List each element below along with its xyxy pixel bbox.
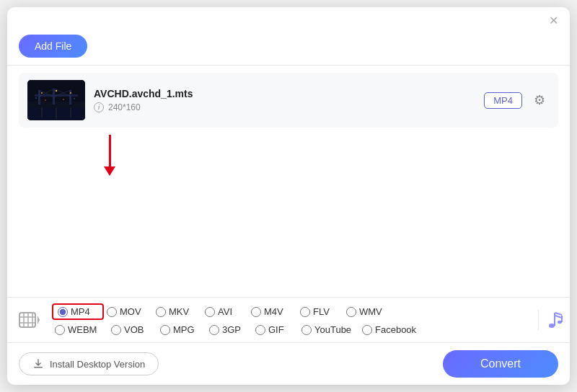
format-webm[interactable]: WEBM bbox=[52, 323, 108, 337]
file-list: AVCHD.avchd_1.mts i 240*160 MP4 ⚙ bbox=[7, 66, 570, 297]
radio-gif[interactable] bbox=[255, 325, 265, 335]
format-youtube-label: YouTube bbox=[314, 324, 351, 335]
radio-flv[interactable] bbox=[300, 307, 310, 317]
video-format-icon[interactable] bbox=[12, 308, 48, 331]
format-webm-label: WEBM bbox=[68, 324, 97, 335]
format-badge[interactable]: MP4 bbox=[484, 92, 522, 109]
info-icon: i bbox=[94, 102, 104, 112]
arrow-shaft bbox=[109, 135, 111, 166]
format-facebook-label: Facebook bbox=[375, 324, 416, 335]
svg-rect-4 bbox=[38, 90, 40, 104]
arrow-head bbox=[104, 166, 115, 176]
format-vob-label: VOB bbox=[124, 324, 144, 335]
arrow-area bbox=[19, 135, 558, 176]
convert-button[interactable]: Convert bbox=[443, 350, 558, 378]
radio-m4v[interactable] bbox=[251, 307, 261, 317]
format-options: MP4 MOV MKV AVI M4V bbox=[52, 303, 535, 337]
file-thumbnail bbox=[27, 80, 85, 120]
audio-format-icon[interactable] bbox=[538, 310, 570, 330]
svg-rect-34 bbox=[34, 367, 43, 368]
svg-point-15 bbox=[63, 99, 64, 100]
svg-line-30 bbox=[555, 313, 562, 315]
radio-vob[interactable] bbox=[111, 325, 121, 335]
svg-point-28 bbox=[549, 324, 555, 328]
svg-point-13 bbox=[70, 92, 71, 94]
format-flv[interactable]: FLV bbox=[297, 305, 343, 318]
install-label: Install Desktop Version bbox=[50, 359, 145, 370]
format-mov-label: MOV bbox=[120, 306, 141, 317]
radio-mpg[interactable] bbox=[160, 325, 170, 335]
close-icon: ✕ bbox=[549, 15, 558, 27]
radio-mov[interactable] bbox=[107, 307, 117, 317]
main-window: ✕ Add File bbox=[7, 7, 570, 385]
svg-point-16 bbox=[74, 98, 75, 99]
file-info: AVCHD.avchd_1.mts i 240*160 bbox=[94, 88, 475, 112]
add-file-button[interactable]: Add File bbox=[19, 35, 87, 58]
close-button[interactable]: ✕ bbox=[547, 14, 560, 27]
radio-youtube[interactable] bbox=[301, 325, 312, 335]
svg-marker-27 bbox=[38, 316, 40, 324]
radio-wmv[interactable] bbox=[346, 307, 356, 317]
file-item: AVCHD.avchd_1.mts i 240*160 MP4 ⚙ bbox=[19, 73, 558, 128]
svg-point-14 bbox=[45, 99, 46, 101]
radio-mkv[interactable] bbox=[156, 307, 166, 317]
svg-rect-33 bbox=[561, 316, 563, 322]
format-facebook[interactable]: Facebook bbox=[359, 323, 420, 337]
format-vob[interactable]: VOB bbox=[108, 323, 157, 337]
radio-mp4[interactable] bbox=[58, 307, 68, 317]
format-gif-label: GIF bbox=[268, 324, 284, 335]
format-m4v[interactable]: M4V bbox=[248, 305, 297, 318]
file-actions: MP4 ⚙ bbox=[484, 90, 550, 110]
format-youtube[interactable]: YouTube bbox=[299, 323, 359, 337]
format-mp4[interactable]: MP4 bbox=[52, 303, 104, 320]
radio-facebook[interactable] bbox=[362, 325, 372, 335]
format-m4v-label: M4V bbox=[264, 306, 283, 317]
format-row-1: MP4 MOV MKV AVI M4V bbox=[52, 303, 535, 320]
svg-point-17 bbox=[35, 97, 37, 99]
download-icon bbox=[32, 358, 44, 370]
format-3gp-label: 3GP bbox=[222, 324, 241, 335]
file-resolution: 240*160 bbox=[108, 102, 141, 112]
format-row-2: WEBM VOB MPG 3GP GIF bbox=[52, 323, 535, 337]
radio-webm[interactable] bbox=[55, 325, 65, 335]
format-gif[interactable]: GIF bbox=[252, 323, 299, 337]
format-avi[interactable]: AVI bbox=[202, 305, 248, 318]
format-panel: MP4 MOV MKV AVI M4V bbox=[7, 297, 570, 342]
settings-button[interactable]: ⚙ bbox=[529, 90, 550, 110]
format-mpg[interactable]: MPG bbox=[157, 323, 206, 337]
format-mp4-label: MP4 bbox=[71, 306, 90, 317]
radio-3gp[interactable] bbox=[209, 325, 219, 335]
format-mkv-label: MKV bbox=[169, 306, 189, 317]
install-desktop-button[interactable]: Install Desktop Version bbox=[19, 352, 159, 375]
bottom-bar: Install Desktop Version Convert bbox=[7, 342, 570, 385]
title-bar: ✕ bbox=[7, 7, 570, 32]
toolbar: Add File bbox=[7, 32, 570, 65]
format-mov[interactable]: MOV bbox=[104, 305, 153, 318]
format-flv-label: FLV bbox=[313, 306, 330, 317]
svg-line-31 bbox=[555, 316, 562, 318]
svg-point-11 bbox=[41, 92, 43, 94]
file-name: AVCHD.avchd_1.mts bbox=[94, 88, 475, 99]
format-mpg-label: MPG bbox=[173, 324, 195, 335]
red-arrow bbox=[104, 135, 115, 176]
format-wmv-label: WMV bbox=[359, 306, 382, 317]
radio-avi[interactable] bbox=[205, 307, 215, 317]
svg-rect-29 bbox=[554, 313, 555, 326]
format-mkv[interactable]: MKV bbox=[153, 305, 202, 318]
format-3gp[interactable]: 3GP bbox=[206, 323, 252, 337]
svg-point-12 bbox=[56, 90, 57, 92]
format-wmv[interactable]: WMV bbox=[343, 305, 392, 318]
svg-rect-6 bbox=[69, 90, 71, 104]
file-meta: i 240*160 bbox=[94, 102, 475, 112]
format-avi-label: AVI bbox=[218, 306, 232, 317]
